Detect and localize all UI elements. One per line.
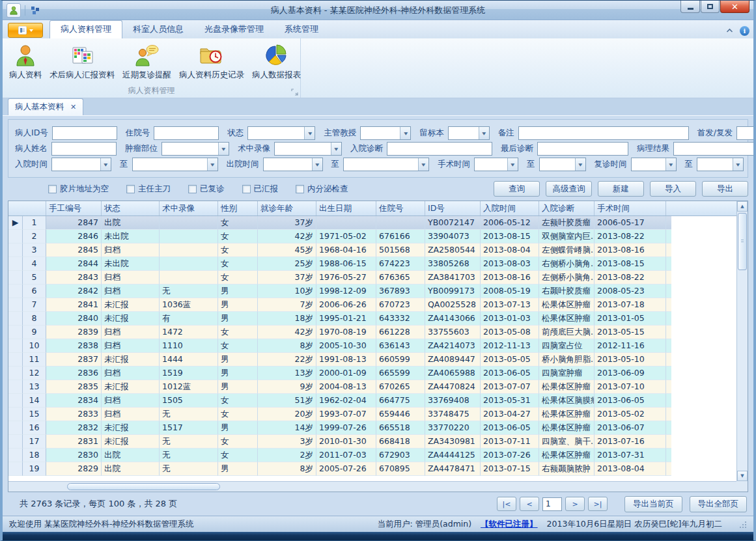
combo-box[interactable] — [539, 158, 586, 171]
table-row[interactable]: 22846未出院女42岁1971-05-02676166339040732013… — [8, 230, 736, 243]
close-button[interactable]: ✕ — [720, 1, 749, 13]
checkbox[interactable] — [48, 185, 57, 193]
text-input[interactable] — [51, 142, 117, 156]
app-menu-button[interactable] — [8, 23, 43, 38]
checkbox[interactable] — [188, 185, 197, 193]
horizontal-scroll-thumb[interactable] — [67, 483, 220, 490]
table-row[interactable]: 172831未汇报无女3岁2010-01-30668418ZA343098120… — [8, 435, 736, 449]
column-header-ID号[interactable]: ID号 — [425, 201, 481, 215]
combo-box[interactable] — [161, 142, 229, 156]
first-page-button[interactable]: |< — [497, 497, 516, 511]
dropdown-arrow-icon[interactable] — [218, 143, 229, 155]
dropdown-arrow-icon[interactable] — [665, 158, 676, 171]
table-row[interactable]: 92839归档1472女42岁1970-08-19661228337556032… — [8, 326, 736, 339]
table-row[interactable]: 122836归档1519男13岁2000-01-09665599ZA406598… — [8, 367, 736, 380]
text-input[interactable] — [387, 142, 492, 156]
minimize-button[interactable] — [680, 1, 700, 13]
column-header-住院号[interactable]: 住院号 — [376, 201, 425, 215]
action-button-导入[interactable]: 导入 — [650, 181, 696, 197]
ribbon-tab-病人资料管理[interactable]: 病人资料管理 — [49, 20, 122, 38]
combo-box[interactable] — [697, 158, 744, 171]
text-input[interactable] — [673, 142, 753, 156]
table-row[interactable]: 192829出院无男8岁2005-07-26670895ZA4478471201… — [8, 462, 736, 476]
scroll-up-icon[interactable]: ▲ — [737, 201, 748, 212]
dropdown-arrow-icon[interactable] — [479, 127, 489, 139]
action-button-高级查询[interactable]: 高级查询 — [546, 181, 592, 197]
ribbon-button-病人资料[interactable]: 病人资料 — [5, 40, 46, 85]
combo-box[interactable] — [360, 126, 411, 140]
export-all-pages-button[interactable]: 导出全部页 — [690, 496, 748, 512]
column-header-状态[interactable]: 状态 — [102, 201, 160, 215]
table-row[interactable]: 42844未出院女25岁1988-06-15674223338052682013… — [8, 257, 736, 271]
vertical-scrollbar[interactable]: ▲ ▼ — [736, 201, 748, 481]
info-icon[interactable]: i — [740, 26, 749, 36]
table-row[interactable]: 112837未汇报1444男22岁1991-08-13660599ZA40894… — [8, 353, 736, 367]
dropdown-arrow-icon[interactable] — [331, 143, 341, 155]
table-row[interactable]: 142834归档1505女51岁1962-02-0466477533769408… — [8, 394, 736, 408]
scroll-down-icon[interactable]: ▼ — [737, 471, 748, 481]
action-button-导出[interactable]: 导出 — [702, 181, 748, 197]
app-logo-icon[interactable] — [7, 3, 21, 18]
maximize-button[interactable] — [701, 1, 720, 13]
ribbon-collapse-icon[interactable] — [726, 27, 733, 35]
table-row[interactable]: 182830出院无女2岁2011-07-03672903ZA4444125201… — [8, 449, 736, 462]
action-button-查询[interactable]: 查询 — [494, 181, 540, 197]
prev-page-button[interactable]: < — [520, 497, 539, 511]
table-row[interactable]: 32845归档女45岁1968-04-16501568ZA25805442013… — [8, 243, 736, 257]
table-row[interactable]: 72841未汇报1036蓝男7岁2006-06-26670723QA002552… — [8, 298, 736, 312]
combo-box[interactable] — [132, 158, 218, 171]
table-row[interactable]: ▶12847出院女37岁YB00721472006-05-12左额叶胶质瘤200… — [8, 216, 736, 230]
dropdown-arrow-icon[interactable] — [304, 127, 315, 139]
column-header-性别[interactable]: 性别 — [218, 201, 258, 215]
dropdown-arrow-icon[interactable] — [100, 158, 111, 171]
dialog-launcher-icon[interactable] — [291, 89, 298, 96]
export-current-page-button[interactable]: 导出当前页 — [624, 496, 682, 512]
combo-box[interactable] — [263, 158, 323, 171]
dropdown-arrow-icon[interactable] — [400, 127, 410, 139]
ribbon-tab-科室人员信息[interactable]: 科室人员信息 — [122, 21, 194, 38]
column-header-手术时间[interactable]: 手术时间 — [595, 201, 666, 215]
resize-grip[interactable] — [738, 520, 747, 529]
next-page-button[interactable]: > — [565, 497, 585, 511]
quick-access-icon[interactable] — [29, 5, 41, 16]
column-header-入院诊断[interactable]: 入院诊断 — [539, 201, 595, 215]
text-input[interactable] — [52, 126, 117, 140]
column-header-入院时间[interactable]: 入院时间 — [481, 201, 539, 215]
document-tab-patient-basic-info[interactable]: 病人基本资料 ✕ — [8, 98, 83, 115]
checkbox-已复诊[interactable]: 已复诊 — [188, 184, 225, 195]
combo-box[interactable] — [274, 142, 342, 156]
table-row[interactable]: 152833归档无女20岁1993-07-0765944633748475201… — [8, 408, 736, 421]
column-header-术中录像[interactable]: 术中录像 — [160, 201, 218, 215]
license-registered-link[interactable]: 【软件已注册】 — [481, 519, 538, 530]
table-row[interactable]: 102838归档1110女8岁2005-10-30636143ZA4214073… — [8, 339, 736, 353]
ribbon-button-术后病人汇报资料[interactable]: 术后病人汇报资料 — [46, 40, 119, 85]
combo-box[interactable] — [343, 158, 429, 171]
dropdown-arrow-icon[interactable] — [312, 158, 322, 171]
combo-box[interactable] — [448, 126, 490, 140]
table-row[interactable]: 82840未汇报有男18岁1995-01-21643332ZA414306620… — [8, 312, 736, 326]
checkbox-已汇报[interactable]: 已汇报 — [242, 184, 279, 195]
action-button-新建[interactable]: 新建 — [598, 181, 644, 197]
dropdown-arrow-icon[interactable] — [207, 158, 217, 171]
checkbox-主任主刀[interactable]: 主任主刀 — [126, 184, 171, 195]
horizontal-scrollbar[interactable] — [8, 481, 736, 492]
combo-box[interactable] — [247, 126, 315, 140]
checkbox-胶片地址为空[interactable]: 胶片地址为空 — [48, 184, 109, 195]
column-header-就诊年龄[interactable]: 就诊年龄 — [258, 201, 316, 215]
dropdown-arrow-icon[interactable] — [418, 158, 428, 171]
ribbon-tab-光盘录像带管理[interactable]: 光盘录像带管理 — [194, 21, 274, 38]
ribbon-tab-系统管理[interactable]: 系统管理 — [274, 21, 329, 38]
page-number-input[interactable] — [542, 497, 562, 511]
table-row[interactable]: 62842归档无男10岁1998-12-09367893YB0099173200… — [8, 284, 736, 298]
column-header-出生日期[interactable]: 出生日期 — [316, 201, 376, 215]
table-row[interactable]: 132835未汇报1012蓝男9岁2004-08-13670265ZA44708… — [8, 380, 736, 394]
ribbon-button-病人数据报表[interactable]: 病人数据报表 — [248, 40, 305, 85]
column-header-手工编号[interactable]: 手工编号 — [46, 201, 102, 215]
text-input[interactable] — [154, 126, 219, 140]
ribbon-button-近期复诊提醒[interactable]: 近期复诊提醒 — [119, 40, 175, 85]
ribbon-button-病人资料历史记录[interactable]: 病人资料历史记录 — [175, 40, 248, 85]
combo-box[interactable] — [736, 126, 753, 140]
dropdown-arrow-icon[interactable] — [507, 158, 518, 171]
checkbox[interactable] — [242, 185, 251, 193]
checkbox-内分泌检查[interactable]: 内分泌检查 — [296, 184, 348, 195]
